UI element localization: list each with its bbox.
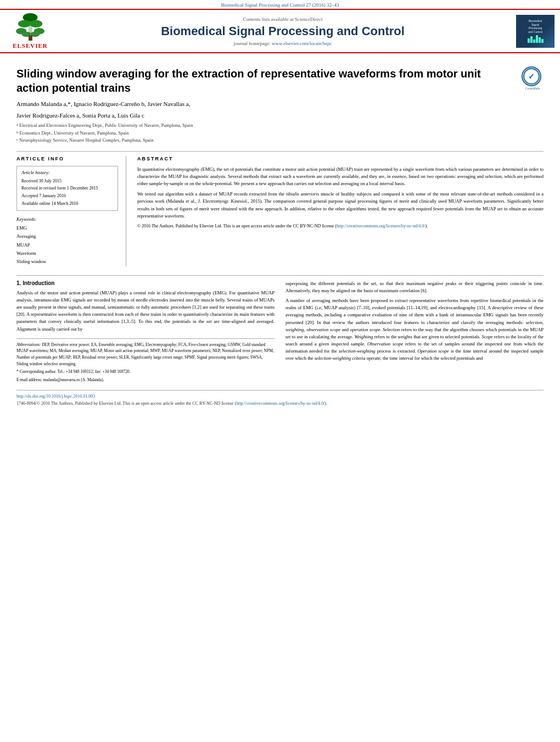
affil-sup-b: b [16, 130, 19, 136]
crossmark-label: CrossMark [522, 87, 544, 90]
crossmark-icon: ✓ [522, 66, 541, 86]
affiliation-b: b Economics Dept., University of Navarre… [16, 130, 544, 137]
footer-issn: 1746-8094/© 2016 The Authors. Published … [16, 400, 544, 408]
section1-title: Introduction [23, 280, 54, 286]
journal-header: ELSEVIER Contents lists available at Sci… [0, 9, 560, 53]
authors-line1: Armando Malanda a,*, Ignacio Rodriguez-C… [16, 99, 544, 109]
crossmark-logo: ✓ CrossMark [522, 66, 544, 90]
footnotes-section: Abbreviations: DEP, Derivative error pow… [16, 338, 275, 383]
abstract-header: ABSTRACT [137, 156, 544, 161]
body-left-col: 1. Introduction Analysis of the motor un… [16, 280, 275, 385]
keyword-sliding-window: Sliding window [16, 258, 118, 266]
keyword-muap: MUAP [16, 241, 118, 249]
logo-chart [528, 35, 544, 43]
journal-main-title: Biomedical Signal Processing and Control [55, 24, 511, 38]
available-online-date: Available online 14 March 2016 [21, 200, 113, 208]
svg-text:✓: ✓ [528, 72, 535, 81]
elsevier-logo: ELSEVIER [5, 13, 55, 49]
svg-point-3 [30, 20, 42, 27]
homepage-label: journal homepage: [234, 41, 271, 46]
info-abstract-columns: ARTICLE INFO Article history: Received 3… [16, 156, 544, 266]
doi-link[interactable]: http://dx.doi.org/10.1016/j.bspc.2016.01… [16, 394, 95, 399]
section1-right-p1: superposing the different potentials in … [285, 280, 544, 294]
article-history-box: Article history: Received 30 July 2015 R… [16, 166, 118, 211]
section-divider [16, 151, 544, 152]
affiliation-c: c Neurophysiology Service, Navarre Hospi… [16, 137, 544, 144]
footer-license-link[interactable]: http://creativecommons.org/licenses/by-n… [236, 401, 324, 406]
affil-sup-c: c [16, 137, 18, 143]
cc-license-link[interactable]: http://creativecommons.org/licenses/by-n… [337, 224, 425, 228]
body-right-col: superposing the different potentials in … [285, 280, 544, 385]
footnote-corresponding: * Corresponding author. Tel.: +34 948 16… [16, 369, 275, 375]
affil-text-c: Neurophysiology Service, Navarre Hospita… [19, 137, 153, 144]
article-info-col: ARTICLE INFO Article history: Received 3… [16, 156, 126, 266]
abstract-paragraph1: In quantitative electromyography (EMG), … [137, 166, 544, 188]
keyword-waveform: Waveform [16, 249, 118, 258]
affiliation-a: a Electrical and Electronics Engineering… [16, 122, 544, 130]
affiliations-block: a Electrical and Electronics Engineering… [16, 122, 544, 144]
journal-homepage: journal homepage: www.elsevier.com/locat… [55, 41, 511, 46]
authors-line2: Javier Rodriguez-Falces a, Sonia Porta a… [16, 111, 544, 120]
contents-available-text: Contents lists available at ScienceDirec… [55, 16, 511, 22]
keyword-averaging: Averaging [16, 232, 118, 241]
article-title: Sliding window averaging for the extract… [16, 66, 516, 95]
elsevier-tree-icon [15, 13, 46, 41]
section1-right-text: superposing the different potentials in … [285, 280, 544, 362]
section1-heading: 1. Introduction [16, 280, 275, 286]
journal-logo-box: BiomedicalSignalProcessingand Control [516, 15, 555, 48]
article-history-title: Article history: [21, 170, 113, 175]
footer-doi: http://dx.doi.org/10.1016/j.bspc.2016.01… [16, 393, 544, 400]
page-footer: http://dx.doi.org/10.1016/j.bspc.2016.01… [16, 390, 544, 408]
body-columns: 1. Introduction Analysis of the motor un… [16, 280, 544, 385]
email-text: E-mail address: malanda@unavarra.es (A. … [16, 377, 104, 382]
corresponding-text: * Corresponding author. Tel.: +34 948 16… [16, 369, 131, 374]
keyword-emg: EMG [16, 224, 118, 232]
affil-text-b: Economics Dept., University of Navarre, … [20, 130, 129, 137]
elsevier-brand-text: ELSEVIER [13, 42, 48, 49]
article-info-header: ARTICLE INFO [16, 156, 118, 161]
accepted-date: Accepted 7 January 2016 [21, 192, 113, 200]
section1-number: 1. [16, 280, 21, 286]
main-content: Sliding window averaging for the extract… [0, 53, 560, 413]
received-revised-date: Received in revised form 1 December 2015 [21, 185, 113, 192]
authors-text2: Javier Rodriguez-Falces a, Sonia Porta a… [16, 112, 144, 119]
contents-text: Contents lists available at ScienceDirec… [243, 16, 323, 22]
authors-text1: Armando Malanda a,*, Ignacio Rodriguez-C… [16, 101, 190, 107]
article-title-section: Sliding window averaging for the extract… [16, 59, 544, 95]
svg-rect-8 [29, 35, 32, 41]
section1-left-p1: Analysis of the motor unit action potent… [16, 289, 275, 333]
section1-right-p2: A number of averaging methods have been … [285, 297, 544, 362]
journal-logo-right: BiomedicalSignalProcessingand Control [511, 15, 555, 48]
keywords-title: Keywords: [16, 216, 118, 222]
logo-box-text: BiomedicalSignalProcessingand Control [528, 19, 542, 34]
affil-text-a: Electrical and Electronics Engineering D… [19, 122, 193, 130]
footer-issn-text: 1746-8094/© 2016 The Authors. Published … [16, 401, 327, 406]
abstract-text: In quantitative electromyography (EMG), … [137, 166, 544, 230]
abstract-col: ABSTRACT In quantitative electromyograph… [137, 156, 544, 266]
keywords-section: Keywords: EMG Averaging MUAP Waveform Sl… [16, 216, 118, 266]
abstract-paragraph2: We tested our algorithm with a dataset o… [137, 191, 544, 220]
footnote-email: E-mail address: malanda@unavarra.es (A. … [16, 377, 275, 383]
footnote-abbreviations: Abbreviations: DEP, Derivative error pow… [16, 342, 275, 367]
journal-citation: Biomedical Signal Processing and Control… [0, 0, 560, 9]
journal-citation-text: Biomedical Signal Processing and Control… [221, 2, 339, 8]
body-divider [16, 275, 544, 276]
svg-point-2 [18, 20, 30, 27]
journal-title-block: Contents lists available at ScienceDirec… [55, 16, 511, 46]
copyright-line: © 2016 The Authors. Published by Elsevie… [137, 223, 544, 230]
received-date: Received 30 July 2015 [21, 177, 113, 185]
homepage-link[interactable]: www.elsevier.com/locate/bspc [272, 41, 332, 46]
affil-sup-a: a [16, 122, 18, 128]
section1-left-text: Analysis of the motor unit action potent… [16, 289, 275, 333]
